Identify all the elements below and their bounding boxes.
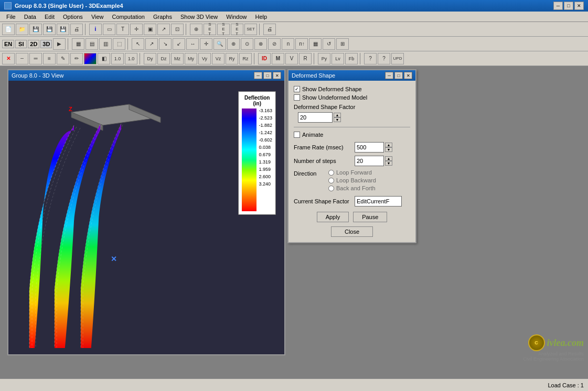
dash3-btn[interactable]: ≡ (43, 53, 56, 64)
menu-view[interactable]: View (87, 13, 108, 21)
help2-btn[interactable]: ? (378, 53, 390, 64)
fb-btn[interactable]: Fb (345, 53, 358, 64)
menu-graphs[interactable]: Graphs (149, 13, 176, 21)
play-btn[interactable]: ▶ (53, 38, 66, 50)
fill-btn[interactable]: ◧ (98, 53, 110, 64)
coord-btn[interactable]: ⊕ (190, 24, 202, 35)
set4-btn[interactable]: SET (244, 24, 257, 35)
frame-rate-input[interactable] (355, 142, 384, 153)
select2-btn[interactable]: ↗ (145, 38, 158, 50)
id-btn[interactable]: ID (258, 53, 271, 64)
tool2-btn[interactable]: ✏ (70, 53, 83, 64)
dim-2d[interactable]: 2D (28, 40, 39, 48)
new-btn[interactable]: 📄 (2, 24, 15, 35)
move-btn[interactable]: ✛ (200, 38, 212, 50)
render4-btn[interactable]: ⬚ (113, 38, 125, 50)
dim1-btn[interactable]: 1.0 (111, 53, 124, 64)
view-close-btn[interactable]: ✕ (273, 72, 281, 79)
num-steps-input[interactable] (355, 156, 384, 166)
help1-btn[interactable]: ? (364, 53, 377, 64)
print-btn[interactable]: 🖨 (70, 24, 83, 35)
menu-file[interactable]: File (2, 13, 20, 21)
spinner-down[interactable]: ▼ (334, 117, 341, 122)
dir-backward-radio[interactable] (328, 178, 334, 183)
set2-btn[interactable]: SET (217, 24, 230, 35)
m-btn[interactable]: M (272, 53, 284, 64)
vy-btn[interactable]: Vy (198, 53, 211, 64)
unit-en[interactable]: EN (2, 40, 14, 48)
maximize-button[interactable]: □ (564, 2, 573, 10)
zoom2-btn[interactable]: ⊕ (227, 38, 240, 50)
deformed-factor-input[interactable] (298, 112, 333, 123)
v-btn[interactable]: V (285, 53, 298, 64)
menu-show3d[interactable]: Show 3D View (176, 13, 222, 21)
set3-btn[interactable]: SET (231, 24, 243, 35)
select3-btn[interactable]: ↘ (159, 38, 172, 50)
info-btn[interactable]: i (89, 24, 102, 35)
lv-btn[interactable]: Lv (332, 53, 344, 64)
arrow-btn[interactable]: ↗ (157, 24, 170, 35)
grid-btn[interactable]: ⊞ (336, 38, 349, 50)
rotate-btn[interactable]: ↔ (186, 38, 199, 50)
unit-si[interactable]: SI (15, 40, 27, 48)
zoom5-btn[interactable]: ⊘ (268, 38, 281, 50)
print2-btn[interactable]: 🖨 (263, 24, 276, 35)
cross-btn[interactable]: ✛ (130, 24, 143, 35)
frame-rate-up[interactable]: ▲ (385, 143, 392, 147)
zoom4-btn[interactable]: ⊗ (254, 38, 267, 50)
num-steps-up[interactable]: ▲ (385, 156, 392, 161)
animate-checkbox[interactable] (294, 132, 300, 138)
minimize-button[interactable]: ─ (553, 2, 563, 10)
dash1-btn[interactable]: ╌ (16, 53, 28, 64)
zoom6-btn[interactable]: n (282, 38, 294, 50)
dialog-close-btn[interactable]: ✕ (404, 72, 412, 79)
apply-button[interactable]: Apply (317, 212, 349, 222)
dim-3d[interactable]: 3D (40, 40, 52, 48)
menu-edit[interactable]: Edit (40, 13, 59, 21)
zoom-btn[interactable]: 🔍 (213, 38, 226, 50)
save2-btn[interactable]: 💾 (43, 24, 56, 35)
node-btn[interactable]: T (116, 24, 129, 35)
close-dialog-button[interactable]: Close (331, 226, 373, 237)
select1-btn[interactable]: ↖ (132, 38, 144, 50)
load-btn[interactable]: ⊡ (171, 24, 184, 35)
menu-data[interactable]: Data (20, 13, 40, 21)
vz-btn[interactable]: Vz (212, 53, 224, 64)
frame-btn[interactable]: ▦ (309, 38, 322, 50)
set1-btn[interactable]: SET (204, 24, 216, 35)
mz-btn[interactable]: Mz (171, 53, 184, 64)
py-btn[interactable]: Py (318, 53, 330, 64)
menu-window[interactable]: Window (222, 13, 251, 21)
menu-computation[interactable]: Computation (108, 13, 149, 21)
select4-btn[interactable]: ↙ (173, 38, 185, 50)
show-deformed-checkbox[interactable]: ✓ (294, 86, 300, 92)
menu-options[interactable]: Options (59, 13, 87, 21)
dash2-btn[interactable]: ═ (29, 53, 42, 64)
ry-btn[interactable]: Ry (226, 53, 238, 64)
render3-btn[interactable]: ▥ (99, 38, 112, 50)
close-x-btn[interactable]: ✕ (2, 53, 15, 64)
num-steps-down[interactable]: ▼ (385, 161, 392, 166)
view-min-btn[interactable]: ─ (254, 72, 262, 79)
label-btn[interactable]: n↑ (295, 38, 308, 50)
dialog-max-btn[interactable]: □ (394, 72, 403, 79)
dialog-min-btn[interactable]: ─ (385, 72, 393, 79)
save3-btn[interactable]: 💾 (57, 24, 69, 35)
spinner-up[interactable]: ▲ (334, 113, 341, 117)
update-btn[interactable]: UPD (391, 53, 404, 64)
section-btn[interactable]: ▣ (144, 24, 156, 35)
frame-rate-down[interactable]: ▼ (385, 147, 392, 152)
close-button[interactable]: ✕ (574, 2, 584, 10)
save-btn[interactable]: 💾 (29, 24, 42, 35)
current-shape-input[interactable] (355, 196, 402, 207)
refresh-btn[interactable]: ↺ (323, 38, 335, 50)
my-btn[interactable]: My (185, 53, 197, 64)
r-btn[interactable]: R (299, 53, 312, 64)
view-max-btn[interactable]: □ (263, 72, 272, 79)
open-btn[interactable]: 📁 (16, 24, 28, 35)
render1-btn[interactable]: ▦ (72, 38, 84, 50)
rz-btn[interactable]: Rz (239, 53, 252, 64)
dir-forward-radio[interactable] (328, 170, 334, 176)
dim2-btn[interactable]: 1.0 (125, 53, 137, 64)
show-undeformed-checkbox[interactable] (294, 94, 300, 101)
